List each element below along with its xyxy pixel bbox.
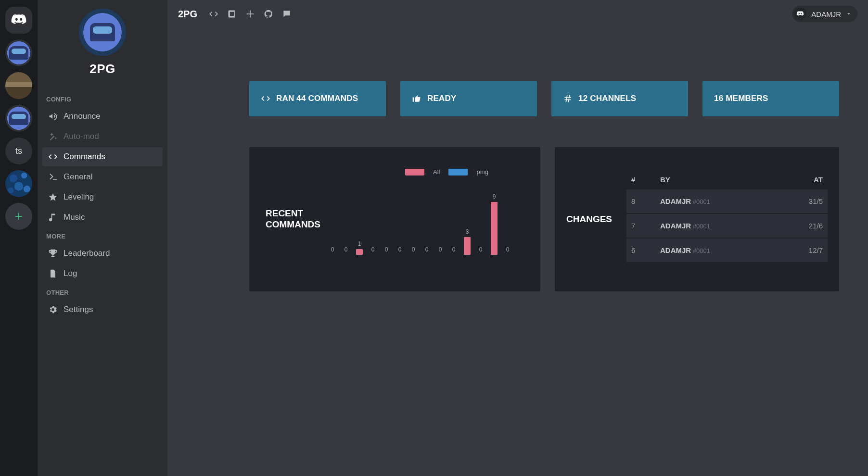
stat-ready[interactable]: READY <box>400 81 537 116</box>
chart-bar-col: 0 <box>396 246 403 255</box>
server-rail-mosaic[interactable] <box>5 170 32 197</box>
topbar: 2PG ADAMJR <box>167 0 868 28</box>
stat-commands[interactable]: RAN 44 COMMANDS <box>249 81 386 116</box>
trophy-icon <box>48 249 58 258</box>
sidebar-item-label: Leveling <box>64 192 94 202</box>
changes-title: CHANGES <box>566 214 612 225</box>
bot-face-icon <box>5 39 32 66</box>
sidebar-item-announce[interactable]: Announce <box>42 107 163 126</box>
sidebar-item-label: Settings <box>64 305 93 314</box>
sidebar-avatar[interactable] <box>79 9 126 56</box>
sidebar-item-general[interactable]: General <box>42 167 163 187</box>
sidebar-header: 2PG <box>38 5 167 91</box>
col-by: BY <box>660 175 784 184</box>
file-icon <box>48 269 58 278</box>
chart-legend: All ping <box>405 168 488 175</box>
server-rail-ts[interactable]: ts <box>5 138 32 164</box>
chart-bar-label: 0 <box>412 246 415 253</box>
chart-bar-col: 0 <box>450 246 457 255</box>
chart-bar-label: 3 <box>466 228 469 235</box>
chart-bar-label: 1 <box>358 240 361 247</box>
changes-body: 8ADAMJR #000131/57ADAMJR #000121/66ADAMJ… <box>626 189 828 262</box>
discord-logo-icon <box>796 10 804 18</box>
chart-bar-col: 9 <box>491 193 498 255</box>
chart-bar <box>464 237 471 255</box>
stat-label: 12 CHANNELS <box>578 94 636 103</box>
plus-icon[interactable] <box>245 9 255 19</box>
chart-bar <box>356 249 363 255</box>
chart-bar-col: 0 <box>504 246 511 255</box>
sidebar: 2PG CONFIG Announce Auto-mod Commands Ge… <box>38 0 167 476</box>
chart-bar-col: 0 <box>383 246 390 255</box>
server-rail-add[interactable]: + <box>5 203 32 230</box>
chart-bar-col: 0 <box>329 246 336 255</box>
stat-members[interactable]: 16 MEMBERS <box>702 81 839 116</box>
sidebar-item-leaderboard[interactable]: Leaderboard <box>42 244 163 263</box>
chart-bar-col: 0 <box>343 246 349 255</box>
col-num: # <box>631 175 660 184</box>
user-menu[interactable]: ADAMJR <box>792 6 857 22</box>
code-icon <box>261 94 270 103</box>
stat-label: RAN 44 COMMANDS <box>276 94 358 103</box>
chart-bar-label: 9 <box>493 193 496 200</box>
hash-icon <box>563 94 573 103</box>
chart-title-line: RECENT <box>266 208 303 218</box>
sidebar-item-settings[interactable]: Settings <box>42 300 163 319</box>
changes-header: # BY AT <box>626 175 828 189</box>
thumbs-up-icon <box>412 94 421 103</box>
page-title: 2PG <box>178 9 197 20</box>
table-row[interactable]: 6ADAMJR #000112/7 <box>626 238 828 262</box>
stat-label: READY <box>427 94 457 103</box>
github-icon[interactable] <box>264 9 273 19</box>
chart-bar-col: 1 <box>356 240 363 255</box>
stat-channels[interactable]: 12 CHANNELS <box>551 81 688 116</box>
main: 2PG ADAMJR RAN 44 COMMANDS READY <box>167 0 868 476</box>
plus-icon: + <box>15 209 23 224</box>
chart-bar-label: 0 <box>331 246 334 253</box>
changes-table: # BY AT 8ADAMJR #000131/57ADAMJR #000121… <box>626 175 828 263</box>
sidebar-item-label: Log <box>64 269 77 278</box>
chart-bars: 00100000003090 <box>329 197 498 255</box>
server-rail-cat[interactable] <box>5 72 32 99</box>
chart-bar-col: 0 <box>477 246 484 255</box>
book-icon[interactable] <box>227 9 237 19</box>
server-rail-2pg[interactable] <box>5 39 32 66</box>
legend-swatch-all <box>405 169 424 175</box>
sidebar-section-config: CONFIG <box>38 91 167 106</box>
sidebar-item-commands[interactable]: Commands <box>42 147 163 166</box>
server-rail-ts-label: ts <box>15 146 22 156</box>
sidebar-section-more: MORE <box>38 228 167 243</box>
chart-body: All ping 00100000003090 <box>328 147 527 291</box>
row-by: ADAMJR #0001 <box>660 222 784 230</box>
sidebar-item-automod: Auto-mod <box>42 127 163 146</box>
row-by: ADAMJR #0001 <box>660 197 784 205</box>
stat-row: RAN 44 COMMANDS READY 12 CHANNELS 16 MEM… <box>249 81 839 116</box>
discord-logo-icon <box>11 12 27 28</box>
code-icon <box>48 152 58 162</box>
chart-bar-col: 0 <box>410 246 417 255</box>
row-num: 8 <box>631 197 660 205</box>
table-row[interactable]: 8ADAMJR #000131/5 <box>626 189 828 213</box>
bot-face-icon <box>90 23 115 41</box>
legend-label: ping <box>476 168 488 175</box>
chart-bar-col: 0 <box>437 246 444 255</box>
table-row[interactable]: 7ADAMJR #000121/6 <box>626 214 828 238</box>
sidebar-item-log[interactable]: Log <box>42 264 163 283</box>
sidebar-item-leveling[interactable]: Leveling <box>42 188 163 207</box>
sidebar-item-label: Music <box>64 213 85 222</box>
sidebar-item-label: Commands <box>64 152 105 162</box>
row-at: 31/5 <box>784 197 823 205</box>
sidebar-item-music[interactable]: Music <box>42 208 163 227</box>
server-rail-home[interactable] <box>5 7 32 34</box>
discord-icon[interactable] <box>282 9 292 19</box>
chart-bar-label: 0 <box>479 246 483 253</box>
sidebar-item-label: General <box>64 172 92 182</box>
chart-bar-label: 0 <box>425 246 429 253</box>
chart-bar-label: 0 <box>506 246 510 253</box>
chart-bar <box>491 202 498 255</box>
code-icon[interactable] <box>209 9 218 19</box>
stat-label: 16 MEMBERS <box>714 94 768 103</box>
server-rail-2pg-alt[interactable] <box>5 105 32 132</box>
col-at: AT <box>784 175 823 184</box>
chart-bar-col: 0 <box>423 246 430 255</box>
